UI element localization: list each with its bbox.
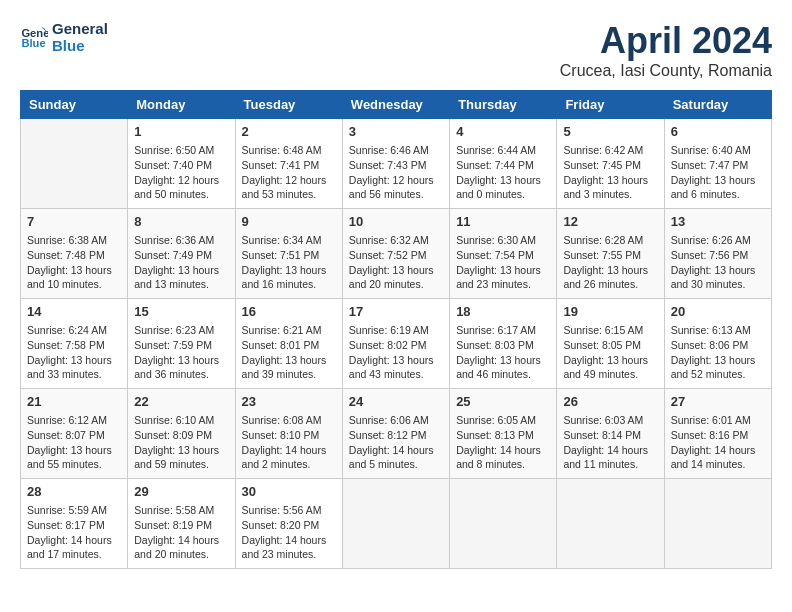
weekday-header-sunday: Sunday: [21, 91, 128, 119]
day-number: 27: [671, 393, 765, 411]
logo-blue: Blue: [52, 37, 108, 54]
calendar-cell: 5Sunrise: 6:42 AMSunset: 7:45 PMDaylight…: [557, 119, 664, 209]
day-info: Sunrise: 6:42 AMSunset: 7:45 PMDaylight:…: [563, 143, 657, 202]
page-header: General Blue General Blue April 2024 Cru…: [20, 20, 772, 80]
calendar-week-row: 7Sunrise: 6:38 AMSunset: 7:48 PMDaylight…: [21, 209, 772, 299]
calendar-cell: 9Sunrise: 6:34 AMSunset: 7:51 PMDaylight…: [235, 209, 342, 299]
day-number: 12: [563, 213, 657, 231]
calendar-cell: 1Sunrise: 6:50 AMSunset: 7:40 PMDaylight…: [128, 119, 235, 209]
day-info: Sunrise: 6:21 AMSunset: 8:01 PMDaylight:…: [242, 323, 336, 382]
calendar-cell: 18Sunrise: 6:17 AMSunset: 8:03 PMDayligh…: [450, 299, 557, 389]
calendar-cell: 26Sunrise: 6:03 AMSunset: 8:14 PMDayligh…: [557, 389, 664, 479]
weekday-header-friday: Friday: [557, 91, 664, 119]
day-info: Sunrise: 6:44 AMSunset: 7:44 PMDaylight:…: [456, 143, 550, 202]
day-number: 4: [456, 123, 550, 141]
calendar-cell: 10Sunrise: 6:32 AMSunset: 7:52 PMDayligh…: [342, 209, 449, 299]
calendar-cell: 23Sunrise: 6:08 AMSunset: 8:10 PMDayligh…: [235, 389, 342, 479]
day-number: 21: [27, 393, 121, 411]
day-number: 19: [563, 303, 657, 321]
calendar-week-row: 28Sunrise: 5:59 AMSunset: 8:17 PMDayligh…: [21, 479, 772, 569]
calendar-cell: [450, 479, 557, 569]
weekday-header-monday: Monday: [128, 91, 235, 119]
calendar-cell: 2Sunrise: 6:48 AMSunset: 7:41 PMDaylight…: [235, 119, 342, 209]
day-number: 11: [456, 213, 550, 231]
day-number: 9: [242, 213, 336, 231]
day-number: 6: [671, 123, 765, 141]
day-number: 3: [349, 123, 443, 141]
day-info: Sunrise: 6:28 AMSunset: 7:55 PMDaylight:…: [563, 233, 657, 292]
day-number: 10: [349, 213, 443, 231]
calendar-cell: 3Sunrise: 6:46 AMSunset: 7:43 PMDaylight…: [342, 119, 449, 209]
day-number: 1: [134, 123, 228, 141]
calendar-cell: 7Sunrise: 6:38 AMSunset: 7:48 PMDaylight…: [21, 209, 128, 299]
day-info: Sunrise: 6:38 AMSunset: 7:48 PMDaylight:…: [27, 233, 121, 292]
day-number: 25: [456, 393, 550, 411]
logo: General Blue General Blue: [20, 20, 108, 54]
calendar-cell: [557, 479, 664, 569]
day-info: Sunrise: 6:34 AMSunset: 7:51 PMDaylight:…: [242, 233, 336, 292]
weekday-header-tuesday: Tuesday: [235, 91, 342, 119]
calendar-cell: [21, 119, 128, 209]
calendar-cell: 19Sunrise: 6:15 AMSunset: 8:05 PMDayligh…: [557, 299, 664, 389]
calendar-cell: 24Sunrise: 6:06 AMSunset: 8:12 PMDayligh…: [342, 389, 449, 479]
day-info: Sunrise: 6:13 AMSunset: 8:06 PMDaylight:…: [671, 323, 765, 382]
day-info: Sunrise: 5:58 AMSunset: 8:19 PMDaylight:…: [134, 503, 228, 562]
day-info: Sunrise: 6:12 AMSunset: 8:07 PMDaylight:…: [27, 413, 121, 472]
day-number: 28: [27, 483, 121, 501]
calendar-week-row: 14Sunrise: 6:24 AMSunset: 7:58 PMDayligh…: [21, 299, 772, 389]
calendar-cell: 4Sunrise: 6:44 AMSunset: 7:44 PMDaylight…: [450, 119, 557, 209]
logo-icon: General Blue: [20, 23, 48, 51]
title-area: April 2024 Crucea, Iasi County, Romania: [560, 20, 772, 80]
weekday-header-wednesday: Wednesday: [342, 91, 449, 119]
weekday-header-thursday: Thursday: [450, 91, 557, 119]
month-title: April 2024: [560, 20, 772, 62]
day-number: 26: [563, 393, 657, 411]
calendar-cell: 20Sunrise: 6:13 AMSunset: 8:06 PMDayligh…: [664, 299, 771, 389]
calendar-cell: [342, 479, 449, 569]
weekday-header-saturday: Saturday: [664, 91, 771, 119]
day-number: 2: [242, 123, 336, 141]
calendar-table: SundayMondayTuesdayWednesdayThursdayFrid…: [20, 90, 772, 569]
day-info: Sunrise: 6:03 AMSunset: 8:14 PMDaylight:…: [563, 413, 657, 472]
day-info: Sunrise: 6:48 AMSunset: 7:41 PMDaylight:…: [242, 143, 336, 202]
calendar-cell: 25Sunrise: 6:05 AMSunset: 8:13 PMDayligh…: [450, 389, 557, 479]
day-info: Sunrise: 6:40 AMSunset: 7:47 PMDaylight:…: [671, 143, 765, 202]
day-number: 13: [671, 213, 765, 231]
day-number: 18: [456, 303, 550, 321]
location-title: Crucea, Iasi County, Romania: [560, 62, 772, 80]
day-info: Sunrise: 6:17 AMSunset: 8:03 PMDaylight:…: [456, 323, 550, 382]
day-number: 22: [134, 393, 228, 411]
day-number: 14: [27, 303, 121, 321]
day-info: Sunrise: 6:08 AMSunset: 8:10 PMDaylight:…: [242, 413, 336, 472]
day-info: Sunrise: 6:32 AMSunset: 7:52 PMDaylight:…: [349, 233, 443, 292]
calendar-week-row: 1Sunrise: 6:50 AMSunset: 7:40 PMDaylight…: [21, 119, 772, 209]
day-info: Sunrise: 6:05 AMSunset: 8:13 PMDaylight:…: [456, 413, 550, 472]
calendar-week-row: 21Sunrise: 6:12 AMSunset: 8:07 PMDayligh…: [21, 389, 772, 479]
day-number: 23: [242, 393, 336, 411]
calendar-cell: 6Sunrise: 6:40 AMSunset: 7:47 PMDaylight…: [664, 119, 771, 209]
calendar-cell: 29Sunrise: 5:58 AMSunset: 8:19 PMDayligh…: [128, 479, 235, 569]
day-number: 20: [671, 303, 765, 321]
calendar-cell: 15Sunrise: 6:23 AMSunset: 7:59 PMDayligh…: [128, 299, 235, 389]
calendar-cell: 28Sunrise: 5:59 AMSunset: 8:17 PMDayligh…: [21, 479, 128, 569]
day-info: Sunrise: 6:01 AMSunset: 8:16 PMDaylight:…: [671, 413, 765, 472]
day-number: 15: [134, 303, 228, 321]
calendar-cell: 30Sunrise: 5:56 AMSunset: 8:20 PMDayligh…: [235, 479, 342, 569]
day-number: 8: [134, 213, 228, 231]
day-info: Sunrise: 6:10 AMSunset: 8:09 PMDaylight:…: [134, 413, 228, 472]
calendar-cell: 8Sunrise: 6:36 AMSunset: 7:49 PMDaylight…: [128, 209, 235, 299]
day-info: Sunrise: 6:30 AMSunset: 7:54 PMDaylight:…: [456, 233, 550, 292]
day-info: Sunrise: 6:50 AMSunset: 7:40 PMDaylight:…: [134, 143, 228, 202]
calendar-cell: 11Sunrise: 6:30 AMSunset: 7:54 PMDayligh…: [450, 209, 557, 299]
day-info: Sunrise: 6:23 AMSunset: 7:59 PMDaylight:…: [134, 323, 228, 382]
day-info: Sunrise: 5:56 AMSunset: 8:20 PMDaylight:…: [242, 503, 336, 562]
calendar-cell: [664, 479, 771, 569]
logo-general: General: [52, 20, 108, 37]
calendar-cell: 21Sunrise: 6:12 AMSunset: 8:07 PMDayligh…: [21, 389, 128, 479]
day-info: Sunrise: 6:06 AMSunset: 8:12 PMDaylight:…: [349, 413, 443, 472]
calendar-cell: 16Sunrise: 6:21 AMSunset: 8:01 PMDayligh…: [235, 299, 342, 389]
day-info: Sunrise: 6:46 AMSunset: 7:43 PMDaylight:…: [349, 143, 443, 202]
day-number: 30: [242, 483, 336, 501]
calendar-cell: 12Sunrise: 6:28 AMSunset: 7:55 PMDayligh…: [557, 209, 664, 299]
day-info: Sunrise: 6:19 AMSunset: 8:02 PMDaylight:…: [349, 323, 443, 382]
